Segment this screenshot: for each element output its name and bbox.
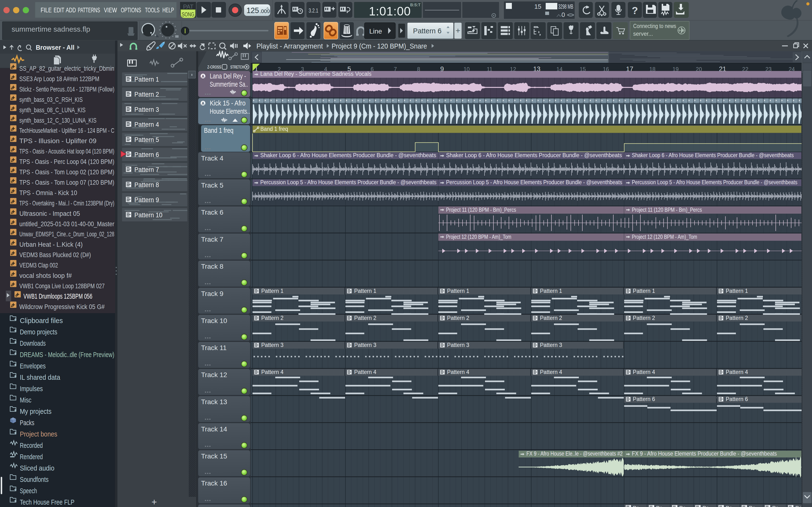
svg-text:Pattern 3: Pattern 3 (447, 342, 469, 348)
svg-text:Recorded: Recorded (20, 442, 43, 449)
svg-text:Line: Line (369, 27, 382, 35)
svg-text:Project 9 (Cm - 120 BPM)_Snare: Project 9 (Cm - 120 BPM)_Snare (332, 42, 427, 50)
svg-text:?: ? (632, 5, 638, 16)
svg-text:IL shared data: IL shared data (20, 374, 60, 381)
svg-text:Pattern 1: Pattern 1 (134, 76, 159, 83)
svg-text:Track 16: Track 16 (201, 480, 227, 487)
svg-text:Shaker Loop 6 - Afro House Ele: Shaker Loop 6 - Afro House Elements Prod… (632, 152, 794, 158)
svg-text:.000: .000 (260, 8, 270, 14)
svg-text:Pattern 2: Pattern 2 (633, 315, 655, 321)
svg-text:SONG: SONG (182, 11, 194, 18)
svg-text:Z-CROSS: Z-CROSS (207, 65, 221, 69)
svg-text:Pattern 4: Pattern 4 (540, 369, 562, 375)
svg-text:Track 14: Track 14 (201, 426, 227, 433)
svg-text:Pattern 5: Pattern 5 (134, 136, 159, 144)
svg-text:ADD: ADD (66, 6, 76, 14)
svg-text:Pattern 3: Pattern 3 (134, 106, 159, 113)
svg-text:Browser - All: Browser - All (36, 44, 74, 51)
svg-text:Connecting to news: Connecting to news (633, 23, 676, 29)
svg-text:Pattern 1: Pattern 1 (633, 288, 655, 294)
svg-text:Pattern 1: Pattern 1 (726, 288, 748, 294)
svg-text:VEDM3 Clap 002: VEDM3 Clap 002 (19, 262, 58, 269)
svg-text:Band 1 freq: Band 1 freq (260, 126, 288, 132)
svg-text:synth_bass_12_C_130_LUNA_KIS: synth_bass_12_C_130_LUNA_KIS (19, 117, 96, 124)
svg-text:VWB1 Conga Live Loop 128BPM 02: VWB1 Conga Live Loop 128BPM 027 (19, 282, 105, 290)
svg-text:synth_bass_08_C_LUNA_KIS: synth_bass_08_C_LUNA_KIS (19, 106, 86, 114)
svg-text:Track 4: Track 4 (201, 155, 223, 162)
svg-text:Pattern 10: Pattern 10 (134, 212, 162, 219)
svg-text:Pattern 3: Pattern 3 (261, 342, 284, 348)
svg-text:TPS - Oasis - Tom Loop 02 (120: TPS - Oasis - Tom Loop 02 (120 BPM) (19, 168, 114, 176)
svg-text:Pattern 2: Pattern 2 (261, 315, 284, 321)
svg-text:Track 8: Track 8 (201, 263, 223, 270)
svg-text:Pattern 2: Pattern 2 (540, 315, 562, 321)
svg-text:SSE3 Arp Loop 18 A#min 122BPM: SSE3 Arp Loop 18 A#min 122BPM (19, 75, 99, 82)
svg-text:Track 6: Track 6 (201, 209, 223, 216)
svg-text:Pa: Pa (679, 505, 686, 507)
svg-text:Track 10: Track 10 (201, 317, 227, 325)
svg-text:Pattern 7: Pattern 7 (134, 166, 159, 173)
svg-text:15: 15 (534, 3, 541, 10)
svg-text:Pa: Pa (749, 505, 756, 507)
svg-text:Soundfonts: Soundfonts (20, 475, 49, 483)
svg-text:Percussion Loop 5 - Afro House: Percussion Loop 5 - Afro House Elements … (260, 179, 437, 185)
svg-text:HELP: HELP (162, 6, 174, 14)
svg-text:Track 9: Track 9 (201, 290, 223, 297)
svg-text:FX 9 - Afro House Elements Pro: FX 9 - Afro House Elements Producer Bund… (632, 451, 777, 457)
svg-text:FX 9 - Afro House Ele..le - @s: FX 9 - Afro House Ele..le - @seventhbeat… (526, 451, 622, 457)
svg-text:STRETCH: STRETCH (230, 65, 244, 69)
svg-text:VEDM3 Bass Plucked 02 (D#): VEDM3 Bass Plucked 02 (D#) (19, 251, 91, 259)
svg-text:untitled_2025-01-03 01-40-00_M: untitled_2025-01-03 01-40-00_Master (19, 220, 114, 228)
svg-text:Downloads: Downloads (20, 339, 46, 347)
svg-text:Band 1 freq: Band 1 freq (204, 126, 234, 134)
svg-text:Track 15: Track 15 (201, 452, 227, 460)
svg-text:Project bones: Project bones (20, 430, 57, 438)
svg-text:Demo projects: Demo projects (20, 328, 57, 336)
svg-text:Project 11 (120 BPM - Bm)_Perc: Project 11 (120 BPM - Bm)_Percs (446, 207, 516, 213)
svg-text:Pa: Pa (703, 505, 709, 507)
svg-text:My projects: My projects (20, 407, 51, 415)
svg-text:House Elements..: House Elements.. (210, 107, 250, 115)
svg-text:VIEW: VIEW (104, 6, 117, 14)
svg-text:Urban Heat - L.Kick (4): Urban Heat - L.Kick (4) (19, 241, 83, 248)
svg-text:Pattern 4: Pattern 4 (726, 369, 748, 375)
svg-text:TPS - Oasis - Tom Loop 07 (120: TPS - Oasis - Tom Loop 07 (120 BPM) (19, 179, 114, 186)
svg-text:0: 0 (562, 11, 565, 18)
svg-text:PATTERNS: PATTERNS (78, 6, 100, 14)
svg-text:Pattern 6: Pattern 6 (726, 396, 748, 402)
svg-text:Pattern 3: Pattern 3 (354, 342, 376, 348)
svg-text:Pattern 2: Pattern 2 (354, 315, 376, 321)
svg-text:Pattern 1: Pattern 1 (354, 288, 376, 294)
svg-text:summertime sadness.flp: summertime sadness.flp (12, 25, 90, 33)
svg-text:Speech: Speech (20, 487, 37, 495)
svg-text:OPTIONS: OPTIONS (121, 6, 141, 14)
svg-text:TPS - Oasis - Perc Loop 04 (12: TPS - Oasis - Perc Loop 04 (120 BPM) (19, 158, 114, 165)
svg-text:1:01:00: 1:01:00 (369, 5, 411, 18)
svg-text:Pattern 4: Pattern 4 (354, 369, 376, 375)
svg-text:Track 5: Track 5 (201, 181, 223, 189)
svg-text:Pattern 4: Pattern 4 (261, 369, 284, 375)
svg-text:Shaker Loop 6 - Afro House Ele: Shaker Loop 6 - Afro House Elements Prod… (446, 152, 622, 158)
svg-text:Sliced audio: Sliced audio (20, 464, 54, 472)
svg-text:Envelopes: Envelopes (20, 362, 46, 370)
svg-text:A: A (202, 101, 204, 106)
svg-text:PAT: PAT (183, 3, 193, 10)
svg-text:Pa: Pa (726, 505, 732, 507)
svg-text:A: A (202, 74, 204, 78)
svg-text:Track 11: Track 11 (201, 344, 227, 351)
svg-text:Pa: Pa (772, 505, 779, 507)
svg-text:Pattern 2: Pattern 2 (447, 315, 469, 321)
svg-text:Shaker Loop 6 - Afro House Ele: Shaker Loop 6 - Afro House Elements Prod… (260, 152, 436, 158)
svg-text:EDIT: EDIT (54, 6, 64, 14)
svg-text:DREAMS - Melodic..dle (Free Pr: DREAMS - Melodic..dle (Free Preview) (20, 351, 114, 358)
svg-text:Ultrasonic - Impact 05: Ultrasonic - Impact 05 (19, 210, 80, 217)
svg-text:Wildcrow Progressive Kick 05 G: Wildcrow Progressive Kick 05 G# (19, 303, 105, 311)
svg-text:SS_AP_82_guitar_electric_trick: SS_AP_82_guitar_electric_tricky_Dbmin (19, 65, 114, 72)
svg-text:Pa: Pa (633, 505, 640, 507)
svg-text:Percussion Loop 5 - Afro House: Percussion Loop 5 - Afro House Elements … (632, 179, 798, 185)
svg-text:3.2.1: 3.2.1 (309, 7, 318, 14)
svg-text:Lana Del Rey -: Lana Del Rey - (210, 72, 246, 80)
svg-text:Pattern 6: Pattern 6 (134, 151, 159, 158)
svg-text:Pattern 6: Pattern 6 (413, 27, 442, 35)
svg-text:Pattern 3: Pattern 3 (540, 342, 562, 348)
